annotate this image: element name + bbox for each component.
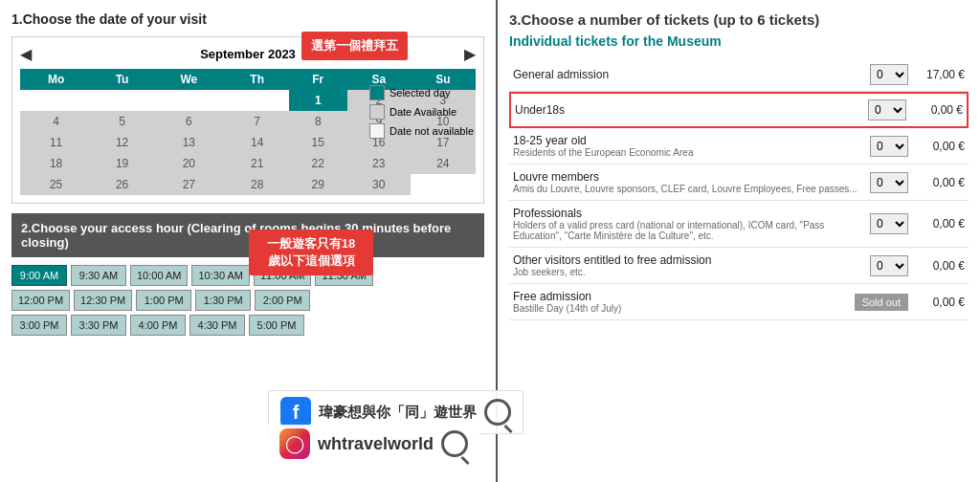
sold-out-button-6: Sold out — [855, 294, 908, 311]
legend-selected-box — [369, 85, 385, 100]
cal-cell-4-1[interactable]: 26 — [92, 174, 152, 195]
ticket-sublabel-6: Bastille Day (14th of July) — [513, 303, 621, 314]
cal-cell-4-4[interactable]: 29 — [289, 174, 347, 195]
calendar-container: ◀ September 2023 ▶ MoTuWeThFrSaSu 123456… — [11, 36, 484, 204]
cal-header-th: Th — [226, 69, 289, 90]
ticket-name-3: Louvre members — [513, 170, 858, 184]
cal-cell-1-3[interactable]: 7 — [226, 111, 289, 132]
legend-selected: Selected day — [369, 85, 474, 100]
cal-cell-2-4[interactable]: 15 — [289, 132, 347, 153]
cal-cell-3-3[interactable]: 21 — [226, 153, 289, 174]
cal-header-mo: Mo — [20, 69, 92, 90]
ticket-price-1: 0,00 € — [910, 103, 963, 117]
ticket-price-3: 0,00 € — [912, 176, 965, 189]
legend-unavailable-box — [369, 123, 385, 139]
cal-cell-1-0[interactable]: 4 — [20, 111, 92, 132]
cal-cell-3-1[interactable]: 19 — [92, 153, 152, 174]
ticket-name-5: Other visitors entitled to free admissio… — [513, 253, 711, 267]
next-month-button[interactable]: ▶ — [464, 45, 476, 63]
cal-cell-0-1 — [92, 90, 152, 111]
tickets-subtitle: Individual tickets for the Museum — [509, 33, 969, 49]
annotation-under18-text: 一般遊客只有18歲以下這個選項 — [267, 236, 355, 268]
ticket-sublabel-4: Holders of a valid press card (national … — [513, 220, 870, 241]
ticket-label-5: Other visitors entitled to free admissio… — [513, 253, 711, 277]
cal-cell-3-2[interactable]: 20 — [152, 153, 226, 174]
cal-cell-2-1[interactable]: 12 — [92, 132, 152, 153]
qty-select-2[interactable]: 0123456 — [870, 136, 908, 157]
month-year-label: September 2023 — [200, 47, 296, 61]
qty-select-5[interactable]: 0123456 — [870, 255, 908, 276]
facebook-icon[interactable]: f — [280, 397, 311, 427]
time-btn-10-00-am[interactable]: 10:00 AM — [130, 265, 188, 286]
ticket-label-2: 18-25 year oldResidents of the European … — [513, 134, 693, 158]
page-wrapper: 1.Choose the date of your visit ◀ Septem… — [0, 0, 980, 482]
cal-cell-3-0[interactable]: 18 — [20, 153, 92, 174]
cal-cell-4-0[interactable]: 25 — [20, 174, 92, 195]
ticket-sublabel-5: Job seekers, etc. — [513, 267, 711, 277]
cal-cell-0-3 — [226, 90, 289, 111]
cal-cell-1-1[interactable]: 5 — [92, 111, 152, 132]
cal-header-fr: Fr — [289, 69, 347, 90]
ticket-name-2: 18-25 year old — [513, 134, 693, 147]
time-btn-10-30-am[interactable]: 10:30 AM — [191, 265, 249, 286]
cal-cell-0-2 — [152, 90, 226, 111]
cal-cell-2-2[interactable]: 13 — [152, 132, 226, 153]
time-btn-12-30-pm[interactable]: 12:30 PM — [74, 290, 132, 311]
legend-selected-label: Selected day — [390, 87, 451, 99]
ticket-sublabel-2: Residents of the European Economic Area — [513, 147, 693, 158]
social-text: 瑋豪想與你「同」遊世界 — [319, 404, 477, 422]
cal-cell-1-2[interactable]: 6 — [152, 111, 226, 132]
cal-header-tu: Tu — [92, 69, 152, 90]
legend-available: Date Available — [369, 104, 474, 120]
qty-select-1[interactable]: 0123456 — [868, 99, 906, 120]
ticket-price-area-5: 01234560,00 € — [870, 255, 965, 276]
cal-header-we: We — [152, 69, 226, 90]
social-overlay-2: ◯ whtravelworld — [268, 425, 479, 463]
cal-cell-1-4[interactable]: 8 — [289, 111, 347, 132]
cal-cell-2-3[interactable]: 14 — [226, 132, 289, 153]
cal-cell-0-4[interactable]: 1 — [289, 90, 347, 111]
cal-cell-4-3[interactable]: 28 — [226, 174, 289, 195]
ticket-label-4: ProfessionalsHolders of a valid press ca… — [513, 207, 870, 241]
cal-cell-3-6[interactable]: 24 — [411, 153, 476, 174]
time-btn-3-30-pm[interactable]: 3:30 PM — [71, 315, 126, 336]
cal-cell-3-4[interactable]: 22 — [289, 153, 347, 174]
cal-cell-2-0[interactable]: 11 — [20, 132, 92, 153]
cal-cell-4-5[interactable]: 30 — [347, 174, 411, 195]
instagram-icon[interactable]: ◯ — [279, 428, 310, 459]
time-btn-3-00-pm[interactable]: 3:00 PM — [11, 315, 67, 336]
time-btn-1-00-pm[interactable]: 1:00 PM — [136, 290, 191, 311]
ticket-label-6: Free admissionBastille Day (14th of July… — [513, 290, 621, 314]
qty-select-3[interactable]: 0123456 — [870, 172, 908, 193]
cal-cell-3-5[interactable]: 23 — [347, 153, 411, 174]
time-btn-9-00-am[interactable]: 9:00 AM — [11, 265, 67, 286]
ticket-sublabel-3: Amis du Louvre, Louvre sponsors, CLEF ca… — [513, 184, 858, 194]
search-icon[interactable] — [484, 399, 511, 426]
time-btn-12-00-pm[interactable]: 12:00 PM — [11, 290, 70, 311]
time-grid: 9:00 AM9:30 AM10:00 AM10:30 AM11:00 AM11… — [11, 265, 484, 336]
time-btn-4-30-pm[interactable]: 4:30 PM — [189, 315, 245, 336]
tickets-container: General admission012345617,00 €Under18s0… — [509, 58, 969, 320]
cal-cell-4-2[interactable]: 27 — [152, 174, 226, 195]
time-btn-2-00-pm[interactable]: 2:00 PM — [255, 290, 310, 311]
ticket-price-area-4: 01234560,00 € — [870, 213, 965, 234]
ticket-label-0: General admission — [513, 68, 609, 81]
social-handle: whtravelworld — [318, 434, 434, 454]
ticket-name-6: Free admission — [513, 290, 621, 303]
time-btn-4-00-pm[interactable]: 4:00 PM — [130, 315, 186, 336]
ticket-name-0: General admission — [513, 68, 609, 81]
ticket-price-0: 17,00 € — [912, 68, 965, 81]
ticket-price-area-3: 01234560,00 € — [870, 172, 965, 193]
time-btn-9-30-am[interactable]: 9:30 AM — [71, 265, 126, 286]
qty-select-4[interactable]: 0123456 — [870, 213, 908, 234]
prev-month-button[interactable]: ◀ — [20, 45, 32, 63]
ticket-price-area-6: Sold out0,00 € — [855, 294, 965, 311]
ticket-label-1: Under18s — [515, 103, 565, 117]
time-btn-1-30-pm[interactable]: 1:30 PM — [195, 290, 251, 311]
qty-select-0[interactable]: 0123456 — [870, 64, 908, 85]
time-btn-5-00-pm[interactable]: 5:00 PM — [249, 315, 304, 336]
cal-row-3: 18192021222324 — [20, 153, 476, 174]
ticket-price-area-1: 01234560,00 € — [868, 99, 963, 120]
search-icon-2[interactable] — [441, 430, 468, 457]
section2-title: 2.Choose your access hour (Clearing of r… — [11, 213, 484, 257]
